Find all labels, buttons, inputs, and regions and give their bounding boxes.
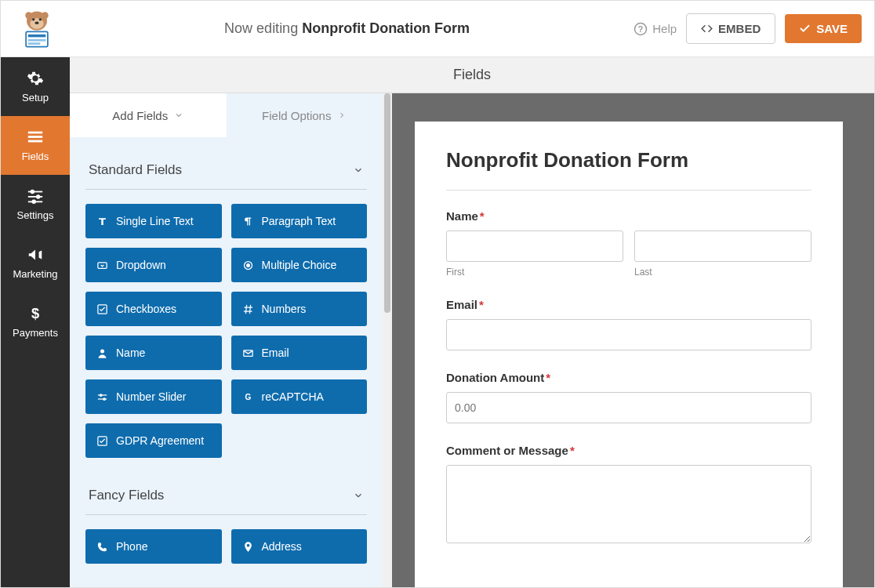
checkbox-icon bbox=[96, 435, 108, 447]
svg-point-32 bbox=[103, 397, 106, 401]
field-numbers[interactable]: Numbers bbox=[231, 292, 368, 326]
required-asterisk: * bbox=[570, 444, 575, 457]
chevron-down-icon bbox=[353, 165, 364, 176]
email-input[interactable] bbox=[446, 319, 811, 350]
field-number-slider[interactable]: Number Slider bbox=[85, 379, 222, 414]
phone-icon bbox=[96, 541, 108, 553]
person-icon bbox=[96, 347, 108, 359]
svg-point-6 bbox=[34, 21, 38, 24]
embed-label: EMBED bbox=[718, 22, 761, 35]
svg-point-2 bbox=[42, 12, 49, 19]
nav-setup[interactable]: Setup bbox=[1, 57, 70, 116]
nav-fields[interactable]: Fields bbox=[1, 116, 70, 175]
nav-marketing-label: Marketing bbox=[13, 268, 57, 280]
editing-prefix: Now editing bbox=[224, 20, 302, 36]
nav-marketing[interactable]: Marketing bbox=[1, 234, 70, 292]
sliders-icon bbox=[27, 187, 44, 205]
help-link[interactable]: ? Help bbox=[634, 22, 677, 36]
svg-point-19 bbox=[36, 194, 40, 199]
section-standard-label: Standard Fields bbox=[89, 162, 182, 178]
embed-button[interactable]: EMBED bbox=[686, 13, 775, 44]
last-name-input[interactable] bbox=[634, 230, 811, 262]
field-address[interactable]: Address bbox=[231, 529, 368, 564]
nav-settings[interactable]: Settings bbox=[1, 175, 70, 234]
nav-payments[interactable]: $ Payments bbox=[1, 292, 70, 351]
field-recaptcha[interactable]: GreCAPTCHA bbox=[231, 379, 368, 414]
chevron-down-icon bbox=[174, 111, 183, 120]
builder-title: Fields bbox=[70, 57, 874, 93]
svg-text:$: $ bbox=[31, 305, 39, 321]
section-fancy-fields[interactable]: Fancy Fields bbox=[85, 477, 367, 515]
donation-input[interactable] bbox=[446, 392, 811, 423]
field-single-line-text[interactable]: Single Line Text bbox=[85, 204, 222, 238]
svg-text:G: G bbox=[245, 393, 251, 401]
dropdown-icon bbox=[96, 260, 108, 271]
tab-add-label: Add Fields bbox=[112, 109, 168, 122]
save-label: SAVE bbox=[816, 22, 848, 35]
field-email[interactable]: Email bbox=[231, 336, 368, 370]
check-icon bbox=[799, 23, 811, 34]
field-paragraph-text[interactable]: Paragraph Text bbox=[231, 204, 368, 238]
comment-label: Comment or Message* bbox=[446, 444, 811, 457]
first-name-input[interactable] bbox=[446, 230, 623, 262]
checkbox-icon bbox=[96, 303, 108, 315]
svg-point-21 bbox=[31, 200, 36, 205]
last-sublabel: Last bbox=[634, 267, 811, 278]
svg-rect-23 bbox=[98, 262, 107, 268]
embed-icon bbox=[701, 23, 713, 34]
radio-icon bbox=[242, 260, 254, 271]
comment-input[interactable] bbox=[446, 465, 811, 543]
svg-rect-15 bbox=[28, 140, 42, 143]
field-gdpr[interactable]: GDPR Agreement bbox=[85, 423, 222, 458]
svg-rect-8 bbox=[28, 34, 46, 36]
email-icon bbox=[242, 347, 254, 359]
section-fancy-label: Fancy Fields bbox=[89, 488, 164, 503]
field-multiple-choice[interactable]: Multiple Choice bbox=[231, 248, 368, 282]
paragraph-icon bbox=[242, 216, 254, 227]
gear-icon bbox=[27, 70, 44, 87]
svg-point-5 bbox=[39, 18, 42, 20]
svg-rect-9 bbox=[28, 39, 46, 42]
field-dropdown[interactable]: Dropdown bbox=[85, 248, 222, 282]
slider-icon bbox=[96, 391, 108, 403]
chevron-down-icon bbox=[353, 490, 364, 501]
tab-field-options[interactable]: Field Options bbox=[227, 93, 383, 137]
google-icon: G bbox=[242, 391, 254, 403]
form-title: Nonprofit Donation Form bbox=[446, 148, 811, 191]
name-label: Name* bbox=[446, 209, 811, 223]
nav-payments-label: Payments bbox=[13, 327, 58, 339]
nav-setup-label: Setup bbox=[22, 92, 49, 103]
pin-icon bbox=[242, 541, 254, 553]
chevron-right-icon bbox=[337, 111, 347, 120]
form-name: Nonprofit Donation Form bbox=[302, 20, 470, 36]
svg-rect-10 bbox=[28, 42, 41, 45]
svg-rect-16 bbox=[28, 191, 42, 193]
save-button[interactable]: SAVE bbox=[785, 14, 862, 43]
nav-fields-label: Fields bbox=[22, 151, 49, 162]
form-preview[interactable]: Nonprofit Donation Form Name* First Last bbox=[415, 122, 843, 588]
svg-point-1 bbox=[25, 12, 32, 19]
page-title: Now editing Nonprofit Donation Form bbox=[60, 20, 634, 37]
field-checkboxes[interactable]: Checkboxes bbox=[85, 292, 222, 326]
svg-point-30 bbox=[100, 394, 103, 397]
tab-options-label: Field Options bbox=[262, 109, 331, 122]
first-sublabel: First bbox=[446, 267, 623, 278]
section-standard-fields[interactable]: Standard Fields bbox=[85, 151, 367, 190]
panel-scrollbar[interactable] bbox=[383, 93, 392, 588]
text-icon bbox=[96, 216, 108, 227]
email-label: Email* bbox=[446, 298, 811, 311]
help-icon: ? bbox=[634, 22, 648, 36]
list-icon bbox=[27, 129, 44, 146]
field-name[interactable]: Name bbox=[85, 336, 222, 370]
help-label: Help bbox=[652, 22, 677, 35]
tab-add-fields[interactable]: Add Fields bbox=[70, 93, 227, 137]
svg-point-25 bbox=[246, 263, 250, 267]
donation-label: Donation Amount* bbox=[446, 371, 811, 384]
nav-settings-label: Settings bbox=[17, 209, 54, 221]
svg-point-27 bbox=[100, 349, 104, 353]
bullhorn-icon bbox=[27, 246, 44, 263]
field-phone[interactable]: Phone bbox=[85, 529, 222, 564]
required-asterisk: * bbox=[546, 371, 550, 384]
required-asterisk: * bbox=[480, 209, 485, 223]
svg-rect-14 bbox=[28, 136, 42, 138]
